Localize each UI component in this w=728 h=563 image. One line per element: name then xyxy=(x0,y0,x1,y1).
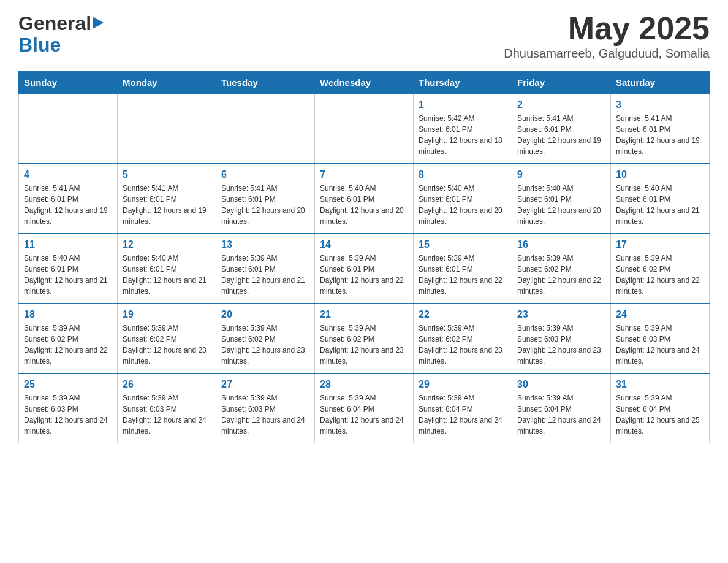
day-number: 3 xyxy=(616,99,704,110)
day-info: Sunrise: 5:39 AM Sunset: 6:01 PM Dayligh… xyxy=(320,253,408,297)
day-info: Sunrise: 5:39 AM Sunset: 6:02 PM Dayligh… xyxy=(24,323,112,367)
calendar-day-cell: 9Sunrise: 5:40 AM Sunset: 6:01 PM Daylig… xyxy=(512,164,611,234)
logo-general: General xyxy=(18,12,91,35)
day-info: Sunrise: 5:41 AM Sunset: 6:01 PM Dayligh… xyxy=(616,113,704,157)
day-info: Sunrise: 5:41 AM Sunset: 6:01 PM Dayligh… xyxy=(517,113,605,157)
calendar-day-cell: 23Sunrise: 5:39 AM Sunset: 6:03 PM Dayli… xyxy=(512,304,611,373)
day-info: Sunrise: 5:39 AM Sunset: 6:02 PM Dayligh… xyxy=(419,323,507,367)
logo-triangle-icon xyxy=(93,17,104,31)
calendar-day-cell xyxy=(19,94,118,164)
calendar-day-cell: 2Sunrise: 5:41 AM Sunset: 6:01 PM Daylig… xyxy=(512,94,611,164)
day-info: Sunrise: 5:39 AM Sunset: 6:04 PM Dayligh… xyxy=(517,393,605,437)
calendar-table: SundayMondayTuesdayWednesdayThursdayFrid… xyxy=(18,71,710,443)
day-info: Sunrise: 5:39 AM Sunset: 6:03 PM Dayligh… xyxy=(221,393,309,437)
day-number: 4 xyxy=(24,169,112,180)
calendar-day-cell: 16Sunrise: 5:39 AM Sunset: 6:02 PM Dayli… xyxy=(512,234,611,304)
day-info: Sunrise: 5:42 AM Sunset: 6:01 PM Dayligh… xyxy=(419,113,507,157)
calendar-day-cell: 1Sunrise: 5:42 AM Sunset: 6:01 PM Daylig… xyxy=(414,94,512,164)
calendar-day-cell: 13Sunrise: 5:39 AM Sunset: 6:01 PM Dayli… xyxy=(216,234,315,304)
title-block: May 2025 Dhuusamarreeb, Galguduud, Somal… xyxy=(504,12,710,61)
day-number: 27 xyxy=(221,379,309,390)
col-header-saturday: Saturday xyxy=(611,71,710,94)
calendar-day-cell: 6Sunrise: 5:41 AM Sunset: 6:01 PM Daylig… xyxy=(216,164,315,234)
calendar-day-cell: 25Sunrise: 5:39 AM Sunset: 6:03 PM Dayli… xyxy=(19,373,118,443)
col-header-tuesday: Tuesday xyxy=(216,71,315,94)
day-number: 1 xyxy=(419,99,507,110)
calendar-day-cell xyxy=(216,94,315,164)
col-header-monday: Monday xyxy=(118,71,216,94)
day-info: Sunrise: 5:39 AM Sunset: 6:02 PM Dayligh… xyxy=(221,323,309,367)
calendar-day-cell: 15Sunrise: 5:39 AM Sunset: 6:01 PM Dayli… xyxy=(414,234,512,304)
day-number: 12 xyxy=(123,239,211,250)
day-info: Sunrise: 5:41 AM Sunset: 6:01 PM Dayligh… xyxy=(221,183,309,227)
calendar-day-cell xyxy=(118,94,216,164)
calendar-week-row: 1Sunrise: 5:42 AM Sunset: 6:01 PM Daylig… xyxy=(19,94,710,164)
day-number: 19 xyxy=(123,309,211,320)
calendar-day-cell: 22Sunrise: 5:39 AM Sunset: 6:02 PM Dayli… xyxy=(414,304,512,373)
day-number: 30 xyxy=(517,379,605,390)
calendar-day-cell: 21Sunrise: 5:39 AM Sunset: 6:02 PM Dayli… xyxy=(315,304,414,373)
day-number: 2 xyxy=(517,99,605,110)
day-number: 28 xyxy=(320,379,408,390)
calendar-location: Dhuusamarreeb, Galguduud, Somalia xyxy=(504,47,710,61)
day-number: 11 xyxy=(24,239,112,250)
page-header: General Blue May 2025 Dhuusamarreeb, Gal… xyxy=(18,12,710,61)
day-info: Sunrise: 5:40 AM Sunset: 6:01 PM Dayligh… xyxy=(24,253,112,297)
calendar-day-cell: 20Sunrise: 5:39 AM Sunset: 6:02 PM Dayli… xyxy=(216,304,315,373)
calendar-day-cell: 29Sunrise: 5:39 AM Sunset: 6:04 PM Dayli… xyxy=(414,373,512,443)
day-info: Sunrise: 5:39 AM Sunset: 6:04 PM Dayligh… xyxy=(419,393,507,437)
day-info: Sunrise: 5:40 AM Sunset: 6:01 PM Dayligh… xyxy=(517,183,605,227)
calendar-day-cell: 12Sunrise: 5:40 AM Sunset: 6:01 PM Dayli… xyxy=(118,234,216,304)
calendar-day-cell: 28Sunrise: 5:39 AM Sunset: 6:04 PM Dayli… xyxy=(315,373,414,443)
calendar-week-row: 25Sunrise: 5:39 AM Sunset: 6:03 PM Dayli… xyxy=(19,373,710,443)
calendar-day-cell: 8Sunrise: 5:40 AM Sunset: 6:01 PM Daylig… xyxy=(414,164,512,234)
day-number: 18 xyxy=(24,309,112,320)
day-info: Sunrise: 5:39 AM Sunset: 6:04 PM Dayligh… xyxy=(616,393,704,437)
col-header-friday: Friday xyxy=(512,71,611,94)
day-info: Sunrise: 5:39 AM Sunset: 6:02 PM Dayligh… xyxy=(517,253,605,297)
calendar-day-cell: 10Sunrise: 5:40 AM Sunset: 6:01 PM Dayli… xyxy=(611,164,710,234)
col-header-sunday: Sunday xyxy=(19,71,118,94)
logo: General Blue xyxy=(18,12,104,56)
day-number: 21 xyxy=(320,309,408,320)
day-info: Sunrise: 5:40 AM Sunset: 6:01 PM Dayligh… xyxy=(616,183,704,227)
calendar-header-row: SundayMondayTuesdayWednesdayThursdayFrid… xyxy=(19,71,710,94)
day-info: Sunrise: 5:39 AM Sunset: 6:02 PM Dayligh… xyxy=(616,253,704,297)
day-info: Sunrise: 5:39 AM Sunset: 6:02 PM Dayligh… xyxy=(320,323,408,367)
calendar-day-cell: 4Sunrise: 5:41 AM Sunset: 6:01 PM Daylig… xyxy=(19,164,118,234)
day-number: 29 xyxy=(419,379,507,390)
day-number: 7 xyxy=(320,169,408,180)
calendar-week-row: 4Sunrise: 5:41 AM Sunset: 6:01 PM Daylig… xyxy=(19,164,710,234)
day-info: Sunrise: 5:39 AM Sunset: 6:03 PM Dayligh… xyxy=(517,323,605,367)
calendar-day-cell: 19Sunrise: 5:39 AM Sunset: 6:02 PM Dayli… xyxy=(118,304,216,373)
day-number: 26 xyxy=(123,379,211,390)
day-info: Sunrise: 5:39 AM Sunset: 6:03 PM Dayligh… xyxy=(123,393,211,437)
day-number: 22 xyxy=(419,309,507,320)
calendar-day-cell: 7Sunrise: 5:40 AM Sunset: 6:01 PM Daylig… xyxy=(315,164,414,234)
calendar-day-cell xyxy=(315,94,414,164)
svg-marker-0 xyxy=(93,17,104,29)
day-number: 10 xyxy=(616,169,704,180)
col-header-wednesday: Wednesday xyxy=(315,71,414,94)
day-number: 23 xyxy=(517,309,605,320)
day-number: 17 xyxy=(616,239,704,250)
day-info: Sunrise: 5:39 AM Sunset: 6:03 PM Dayligh… xyxy=(616,323,704,367)
day-info: Sunrise: 5:41 AM Sunset: 6:01 PM Dayligh… xyxy=(24,183,112,227)
day-info: Sunrise: 5:40 AM Sunset: 6:01 PM Dayligh… xyxy=(123,253,211,297)
calendar-day-cell: 31Sunrise: 5:39 AM Sunset: 6:04 PM Dayli… xyxy=(611,373,710,443)
day-info: Sunrise: 5:40 AM Sunset: 6:01 PM Dayligh… xyxy=(320,183,408,227)
calendar-day-cell: 5Sunrise: 5:41 AM Sunset: 6:01 PM Daylig… xyxy=(118,164,216,234)
day-number: 5 xyxy=(123,169,211,180)
calendar-day-cell: 26Sunrise: 5:39 AM Sunset: 6:03 PM Dayli… xyxy=(118,373,216,443)
calendar-day-cell: 27Sunrise: 5:39 AM Sunset: 6:03 PM Dayli… xyxy=(216,373,315,443)
day-number: 14 xyxy=(320,239,408,250)
day-number: 8 xyxy=(419,169,507,180)
calendar-week-row: 11Sunrise: 5:40 AM Sunset: 6:01 PM Dayli… xyxy=(19,234,710,304)
calendar-day-cell: 14Sunrise: 5:39 AM Sunset: 6:01 PM Dayli… xyxy=(315,234,414,304)
calendar-day-cell: 24Sunrise: 5:39 AM Sunset: 6:03 PM Dayli… xyxy=(611,304,710,373)
day-number: 25 xyxy=(24,379,112,390)
col-header-thursday: Thursday xyxy=(414,71,512,94)
day-info: Sunrise: 5:41 AM Sunset: 6:01 PM Dayligh… xyxy=(123,183,211,227)
day-number: 6 xyxy=(221,169,309,180)
day-number: 9 xyxy=(517,169,605,180)
